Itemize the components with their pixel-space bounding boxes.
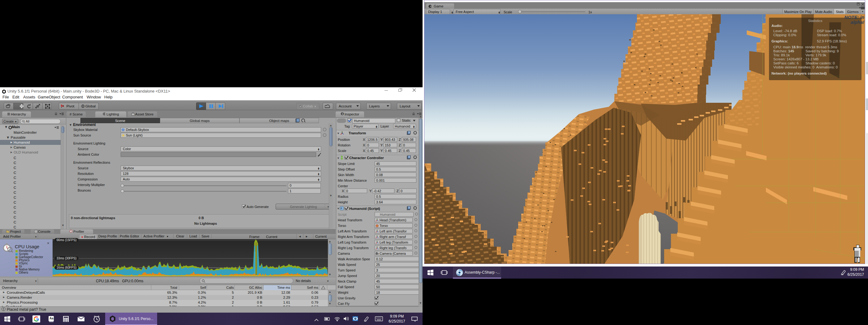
svg-text:Aa: Aa xyxy=(50,317,54,320)
svg-text:?: ? xyxy=(408,156,410,158)
svg-text:?: ? xyxy=(408,206,410,209)
svg-text:#: # xyxy=(341,207,342,210)
svg-text:?: ? xyxy=(408,131,410,134)
